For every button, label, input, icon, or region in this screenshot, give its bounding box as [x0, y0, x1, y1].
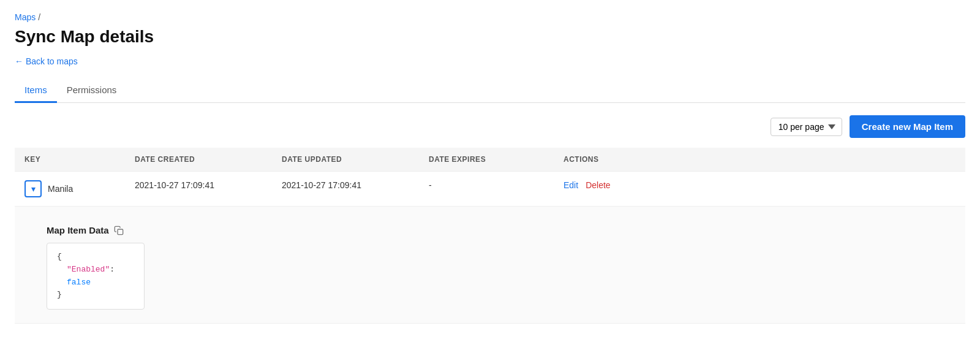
code-line-1: { — [57, 251, 134, 264]
delete-link[interactable]: Delete — [586, 180, 610, 190]
row-key-value: Manila — [48, 184, 73, 194]
expand-row-button[interactable]: ▾ — [24, 180, 42, 197]
create-map-item-button[interactable]: Create new Map Item — [850, 115, 965, 138]
breadcrumb: Maps / — [15, 12, 965, 22]
code-block: { "Enabled": false } — [47, 243, 145, 310]
table-row: ▾ Manila 2021-10-27 17:09:41 2021-10-27 … — [15, 172, 965, 207]
table-header-row: KEY DATE CREATED DATE UPDATED DATE EXPIR… — [15, 148, 965, 172]
col-header-actions: ACTIONS — [554, 148, 965, 172]
map-item-data-label: Map Item Data — [47, 225, 109, 235]
back-to-maps-link[interactable]: ← Back to maps — [15, 56, 78, 66]
tabs-container: Items Permissions — [15, 78, 965, 103]
expanded-data-row: Map Item Data { — [15, 207, 965, 324]
chevron-down-icon: ▾ — [31, 184, 36, 194]
row-date-updated: 2021-10-27 17:09:41 — [272, 172, 419, 207]
copy-icon[interactable] — [114, 226, 124, 235]
breadcrumb-separator: / — [38, 12, 40, 22]
row-date-created: 2021-10-27 17:09:41 — [125, 172, 272, 207]
row-date-expires: - — [419, 172, 554, 207]
page-title: Sync Map details — [15, 27, 965, 47]
breadcrumb-maps-link[interactable]: Maps — [15, 12, 36, 22]
toolbar: 10 per page 25 per page 50 per page Crea… — [15, 103, 965, 148]
items-table: KEY DATE CREATED DATE UPDATED DATE EXPIR… — [15, 148, 965, 324]
edit-link[interactable]: Edit — [564, 180, 578, 190]
col-header-date-expires: DATE EXPIRES — [419, 148, 554, 172]
code-line-3: } — [57, 289, 134, 302]
per-page-select[interactable]: 10 per page 25 per page 50 per page — [771, 118, 842, 136]
tab-items[interactable]: Items — [15, 78, 57, 103]
col-header-date-created: DATE CREATED — [125, 148, 272, 172]
page-container: Maps / Sync Map details ← Back to maps I… — [0, 0, 980, 336]
svg-rect-0 — [118, 229, 123, 235]
map-item-data-section: Map Item Data { — [24, 215, 956, 314]
row-actions-cell: Edit Delete — [554, 172, 965, 207]
expanded-data-cell: Map Item Data { — [15, 207, 965, 324]
col-header-date-updated: DATE UPDATED — [272, 148, 419, 172]
map-item-data-title: Map Item Data — [47, 225, 124, 235]
row-expand-key-cell: ▾ Manila — [15, 172, 125, 207]
col-header-key: KEY — [15, 148, 125, 172]
code-line-2: "Enabled": false — [57, 264, 134, 289]
tab-permissions[interactable]: Permissions — [57, 78, 127, 103]
